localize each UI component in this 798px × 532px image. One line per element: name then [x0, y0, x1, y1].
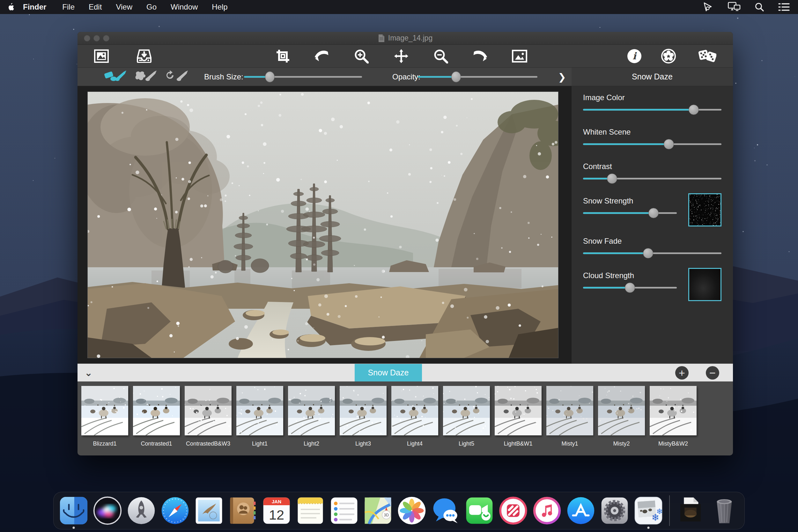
zoom-window-button[interactable] [103, 35, 109, 41]
preset-thumbnail-contrasted1[interactable]: Contrasted1 [133, 386, 180, 455]
chevron-right-icon[interactable]: ❯ [558, 71, 566, 82]
slider-track[interactable] [583, 212, 677, 214]
dock-snow-daze-app[interactable]: ❄❄ [633, 496, 663, 526]
preset-thumbnail-mistyb&w2[interactable]: MistyB&W2 [650, 386, 697, 455]
redo-icon[interactable] [471, 47, 489, 65]
screen-share-icon[interactable] [703, 2, 714, 12]
menu-item-file[interactable]: File [62, 3, 75, 12]
dock-system-preferences[interactable] [600, 496, 630, 526]
close-window-button[interactable] [84, 35, 90, 41]
dock-photos[interactable] [397, 496, 427, 526]
brush-size-slider[interactable] [244, 72, 362, 82]
search-icon[interactable] [755, 2, 764, 12]
settings-icon[interactable] [660, 47, 678, 65]
slider-track[interactable] [583, 144, 721, 145]
slider-thumb[interactable] [607, 173, 617, 184]
info-icon[interactable]: i [625, 47, 643, 65]
zoom-in-icon[interactable] [353, 47, 370, 65]
preset-thumbnail-image[interactable] [288, 386, 335, 435]
pan-icon[interactable] [392, 47, 410, 65]
slider-thumb[interactable] [689, 104, 699, 115]
dock-siri[interactable] [93, 496, 122, 526]
contrast-slider[interactable] [583, 173, 721, 184]
menu-item-help[interactable]: Help [212, 3, 227, 12]
preset-thumbnail-image[interactable] [340, 386, 386, 435]
opacity-thumb[interactable] [451, 72, 461, 82]
save-icon[interactable] [135, 47, 153, 65]
dock-notes[interactable] [295, 496, 325, 526]
dock-itunes[interactable] [532, 496, 562, 526]
paint-brush-icon[interactable] [104, 70, 128, 84]
chevron-down-icon[interactable]: ⌄ [84, 368, 93, 378]
snow-texture-swatch[interactable] [688, 193, 721, 226]
photo-library-icon[interactable] [93, 47, 110, 65]
dock-facetime[interactable] [464, 496, 494, 526]
menu-item-app[interactable]: Finder [23, 3, 46, 12]
refresh-brush-icon[interactable] [166, 70, 189, 84]
displays-icon[interactable] [728, 2, 741, 12]
preset-thumbnail-misty2[interactable]: Misty2 [598, 386, 645, 455]
preset-thumbnail-blizzard1[interactable]: Blizzard1 [81, 386, 128, 455]
opacity-slider[interactable] [418, 72, 537, 82]
slider-thumb[interactable] [648, 208, 659, 218]
list-icon[interactable] [778, 3, 790, 12]
cloud-strength-slider[interactable] [583, 283, 677, 293]
slider-thumb[interactable] [664, 139, 674, 149]
title-bar[interactable]: Image_14.jpg [77, 32, 733, 45]
crop-icon[interactable] [274, 47, 292, 65]
menu-item-view[interactable]: View [116, 3, 132, 12]
dock-contacts[interactable] [228, 496, 258, 526]
dock-trash[interactable] [709, 496, 739, 526]
dock-messages[interactable] [431, 496, 460, 526]
preset-thumbnail-lightb&w1[interactable]: LightB&W1 [495, 386, 542, 455]
randomize-dice-icon[interactable] [699, 47, 716, 65]
preset-thumbnail-image[interactable] [650, 386, 697, 435]
add-preset-button[interactable]: + [675, 366, 689, 380]
preset-thumbnail-image[interactable] [133, 386, 180, 435]
preset-thumbnail-light4[interactable]: Light4 [391, 386, 438, 455]
current-preset-button[interactable]: Snow Daze [355, 364, 422, 381]
snow-strength-slider[interactable] [583, 208, 677, 218]
preset-thumbnail-image[interactable] [185, 386, 231, 435]
brush-size-track[interactable] [244, 76, 362, 77]
preset-thumbnail-image[interactable] [236, 386, 283, 435]
opacity-track[interactable] [418, 76, 537, 77]
preset-thumbnail-light2[interactable]: Light2 [288, 386, 335, 455]
snow-fade-slider[interactable] [583, 248, 721, 258]
remove-preset-button[interactable]: − [706, 366, 719, 380]
preset-thumbnail-image[interactable] [598, 386, 645, 435]
minimize-window-button[interactable] [93, 35, 100, 41]
menu-item-go[interactable]: Go [146, 3, 157, 12]
dock-mail[interactable] [194, 496, 224, 526]
before-after-icon[interactable] [511, 47, 529, 65]
whiten-scene-slider[interactable] [583, 139, 721, 149]
preset-thumbnail-image[interactable] [546, 386, 593, 435]
brush-size-thumb[interactable] [265, 72, 274, 82]
preset-thumbnail-image[interactable] [81, 386, 128, 435]
dock-app-store[interactable] [566, 496, 596, 526]
menu-item-edit[interactable]: Edit [89, 3, 102, 12]
menu-item-window[interactable]: Window [171, 3, 198, 12]
zoom-out-icon[interactable] [432, 47, 450, 65]
preset-thumbnail-contrastedb&w3[interactable]: ContrastedB&W3 [185, 386, 231, 455]
preset-thumbnail-image[interactable] [391, 386, 438, 435]
undo-icon[interactable] [313, 47, 331, 65]
slider-track[interactable] [583, 178, 721, 179]
dock-safari[interactable] [160, 496, 190, 526]
dock-reminders[interactable] [329, 496, 359, 526]
cloud-texture-swatch[interactable] [688, 268, 721, 301]
dock-launchpad[interactable] [126, 496, 156, 526]
dock-calendar[interactable]: JAN12 [262, 496, 291, 526]
preset-thumbnail-light1[interactable]: Light1 [236, 386, 283, 455]
dock-news[interactable] [498, 496, 528, 526]
dock-finder[interactable] [59, 496, 89, 526]
preset-thumbnail-image[interactable] [443, 386, 490, 435]
canvas-image[interactable] [88, 92, 558, 358]
dock-maps[interactable]: 3D [363, 496, 393, 526]
preset-thumbnail-misty1[interactable]: Misty1 [546, 386, 593, 455]
dock-image-document[interactable] [676, 496, 705, 526]
apple-menu-icon[interactable] [7, 3, 15, 12]
blot-brush-icon[interactable] [134, 70, 158, 84]
preset-thumbnail-image[interactable] [495, 386, 542, 435]
slider-thumb[interactable] [625, 283, 635, 293]
